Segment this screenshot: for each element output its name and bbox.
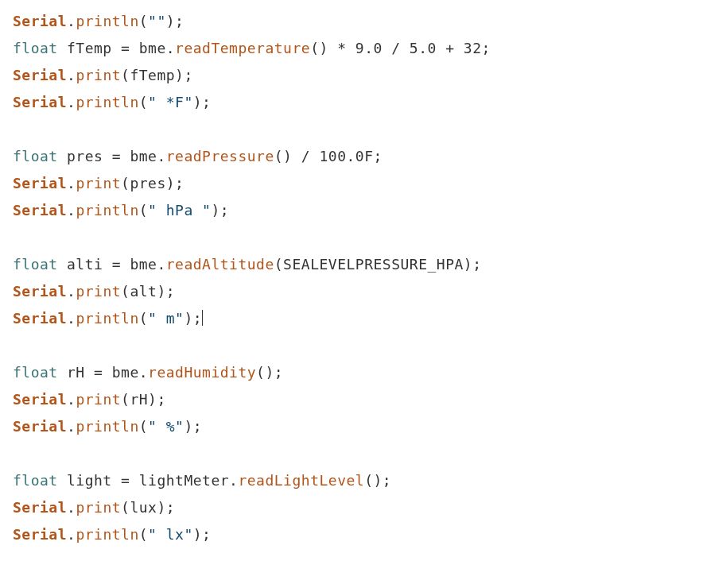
code-token-obj: Serial (13, 202, 67, 219)
code-token-op: () * 9.0 / 5.0 + 32; (310, 40, 491, 56)
code-line (13, 440, 690, 467)
code-token-op: ); (193, 526, 212, 543)
code-token-op: ( (139, 418, 148, 435)
code-token-op: . (67, 13, 76, 29)
code-token-mem: print (76, 67, 121, 83)
code-token-op: (); (256, 364, 283, 381)
code-token-op: . (67, 526, 76, 543)
code-token-op: (fTemp); (121, 67, 193, 83)
code-line: Serial.print(rH); (13, 386, 690, 413)
code-token-op: ); (211, 202, 229, 219)
code-token-mem: println (76, 94, 138, 110)
code-token-obj: Serial (13, 526, 67, 543)
code-block: Serial.println("");float fTemp = bme.rea… (13, 8, 690, 548)
code-token-op: (lux); (121, 499, 175, 516)
code-token-str: " lx" (148, 526, 193, 543)
code-line: Serial.println(" lx"); (13, 521, 690, 548)
code-token-op: . (67, 310, 76, 327)
code-token-op: pres = bme. (58, 148, 166, 164)
code-token-mem: println (76, 310, 138, 327)
code-token-obj: Serial (13, 283, 67, 300)
code-token-str: " m" (148, 310, 184, 327)
code-token-kw: float (13, 148, 58, 164)
code-token-mem: println (76, 418, 138, 435)
code-token-op: . (67, 202, 76, 219)
code-token-op: . (67, 94, 76, 110)
code-line: float alti = bme.readAltitude(SEALEVELPR… (13, 251, 690, 278)
code-line: Serial.print(fTemp); (13, 62, 690, 89)
code-line: float pres = bme.readPressure() / 100.0F… (13, 143, 690, 170)
code-line: Serial.println(" %"); (13, 413, 690, 440)
code-token-obj: Serial (13, 94, 67, 110)
code-token-op: ( (139, 310, 148, 327)
code-token-op: light = lightMeter. (58, 472, 239, 489)
code-token-mem: readHumidity (148, 364, 256, 381)
code-token-op: ( (139, 94, 148, 110)
code-token-op: . (67, 499, 76, 516)
code-token-obj: Serial (13, 418, 67, 435)
code-line (13, 116, 690, 143)
code-token-op: (rH); (121, 391, 166, 408)
code-token-op: () / 100.0F; (274, 148, 383, 164)
code-line: Serial.println(" m"); (13, 305, 690, 332)
code-line: Serial.println(" *F"); (13, 89, 690, 116)
code-token-obj: Serial (13, 499, 67, 516)
code-token-op: fTemp = bme. (58, 40, 175, 56)
code-token-mem: print (76, 283, 121, 300)
code-token-op: rH = bme. (58, 364, 148, 381)
code-token-op: . (67, 391, 76, 408)
code-token-mem: print (76, 499, 121, 516)
code-token-op: . (67, 418, 76, 435)
code-token-kw: float (13, 364, 58, 381)
code-line: float fTemp = bme.readTemperature() * 9.… (13, 35, 690, 62)
code-token-mem: readPressure (166, 148, 274, 164)
code-token-op: ( (139, 526, 148, 543)
code-token-op: . (67, 67, 76, 83)
code-token-str: "" (148, 13, 166, 29)
code-token-str: " %" (148, 418, 184, 435)
code-token-mem: readAltitude (166, 256, 274, 273)
code-line: Serial.println(""); (13, 8, 690, 35)
code-token-mem: println (76, 13, 138, 29)
text-cursor-icon (202, 310, 203, 326)
code-token-mem: readLightLevel (238, 472, 364, 489)
code-token-mem: print (76, 175, 121, 191)
code-line (13, 224, 690, 251)
code-token-obj: Serial (13, 13, 67, 29)
code-line (13, 332, 690, 359)
code-line: Serial.print(pres); (13, 170, 690, 197)
code-token-op: (); (364, 472, 391, 489)
code-token-obj: Serial (13, 175, 67, 191)
code-token-kw: float (13, 40, 58, 56)
code-token-str: " *F" (148, 94, 193, 110)
code-token-obj: Serial (13, 67, 67, 83)
code-token-str: " hPa " (148, 202, 211, 219)
code-token-op: . (67, 175, 76, 191)
code-token-op: alti = bme. (58, 256, 166, 273)
code-token-kw: float (13, 256, 58, 273)
code-token-op: ( (139, 202, 148, 219)
code-line: Serial.print(lux); (13, 494, 690, 521)
code-token-kw: float (13, 472, 58, 489)
code-token-op: ); (193, 94, 212, 110)
code-token-op: (alt); (121, 283, 175, 300)
code-token-mem: println (76, 202, 138, 219)
code-line: Serial.println(" hPa "); (13, 197, 690, 224)
code-token-op: (SEALEVELPRESSURE_HPA); (274, 256, 482, 273)
code-token-mem: println (76, 526, 138, 543)
code-token-mem: readTemperature (175, 40, 310, 56)
code-token-obj: Serial (13, 310, 67, 327)
code-token-op: ( (139, 13, 148, 29)
code-token-obj: Serial (13, 391, 67, 408)
code-token-mem: print (76, 391, 121, 408)
code-token-op: (pres); (121, 175, 184, 191)
code-token-op: . (67, 283, 76, 300)
code-line: float light = lightMeter.readLightLevel(… (13, 467, 690, 494)
code-token-op: ); (166, 13, 184, 29)
code-token-op: ); (184, 418, 202, 435)
code-token-op: ); (184, 310, 202, 327)
code-line: float rH = bme.readHumidity(); (13, 359, 690, 386)
code-line: Serial.print(alt); (13, 278, 690, 305)
